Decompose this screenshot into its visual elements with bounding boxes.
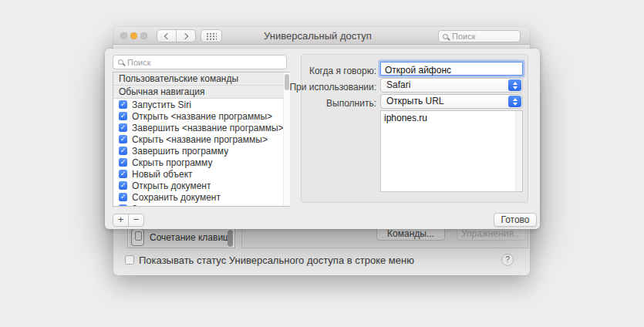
chevron-down-icon: [513, 86, 518, 89]
perform-popup[interactable]: Открыть URL: [380, 94, 523, 109]
command-row[interactable]: ✓Сохранить документ: [113, 191, 289, 203]
minimize-window-icon[interactable]: [130, 32, 137, 39]
command-checkbox[interactable]: ✓: [119, 158, 127, 167]
add-command-button[interactable]: +: [113, 214, 129, 227]
dialog-search-field[interactable]: [113, 55, 287, 69]
command-label: Открыть <название программы>: [132, 111, 272, 122]
command-checkbox[interactable]: ✓: [119, 204, 127, 207]
popup-stepper-icon: [508, 96, 521, 107]
dialog-search-input[interactable]: [123, 58, 286, 67]
add-remove-control: + −: [113, 214, 144, 227]
url-textarea-scrollbar[interactable]: [515, 111, 522, 191]
sidebar-item-label: Сочетание клавиш: [150, 232, 231, 243]
command-checkbox[interactable]: ✓: [119, 147, 127, 155]
chevron-down-icon: [513, 103, 518, 106]
command-label: Открыть документ: [132, 180, 211, 191]
command-label: Запустить Siri: [132, 99, 191, 110]
command-checkbox[interactable]: ✓: [119, 181, 127, 190]
while-using-value: Safari: [386, 79, 410, 90]
command-checkbox[interactable]: ✓: [119, 100, 127, 109]
forward-button[interactable]: [176, 30, 195, 42]
command-row[interactable]: ✓Открыть документ: [113, 180, 289, 191]
chevron-left-icon: [164, 32, 170, 39]
close-window-icon[interactable]: [120, 32, 127, 39]
list-section-header: Пользовательские команды: [113, 72, 289, 86]
command-label: Скрыть программу: [132, 157, 213, 168]
dictation-command-dialog: Пользовательские командыОбычная навигаци…: [105, 49, 540, 229]
nav-segmented-control: [157, 29, 196, 42]
command-row[interactable]: ✓Новый объект: [113, 168, 289, 180]
popup-stepper-icon: [508, 79, 521, 91]
commands-list-scrollbar-thumb[interactable]: [285, 74, 289, 90]
chevron-up-icon: [513, 82, 518, 85]
command-checkbox[interactable]: ✓: [119, 123, 127, 132]
when-i-say-input[interactable]: [381, 64, 522, 76]
command-label: Завершить программу: [132, 146, 228, 157]
perform-label: Выполнить:: [326, 98, 376, 109]
show-status-label: Показывать статус Универсального доступа…: [139, 255, 414, 266]
chevron-right-icon: [182, 32, 188, 39]
command-row[interactable]: ✓Запустить Siri: [113, 99, 289, 110]
sidebar-item-keyboard-shortcut[interactable]: Сочетание клавиш: [129, 227, 228, 248]
command-label: Сохранить документ: [132, 192, 221, 203]
done-button[interactable]: Готово: [494, 213, 537, 227]
command-row[interactable]: ✓Скрыть <название программы>: [113, 133, 289, 145]
when-i-say-label: Когда я говорю:: [309, 66, 376, 76]
command-checkbox[interactable]: ✓: [119, 135, 127, 143]
search-icon: [118, 59, 123, 65]
window-title: Универсальный доступ: [206, 30, 430, 42]
command-label: Новый объект: [132, 169, 193, 180]
command-label: Скрыть <название программы>: [132, 134, 268, 145]
url-textarea[interactable]: iphones.ru: [380, 110, 523, 192]
perform-value: Открыть URL: [386, 96, 443, 106]
list-section-header: Обычная навигация: [113, 86, 289, 99]
chevron-up-icon: [513, 98, 518, 101]
remove-command-button[interactable]: −: [128, 214, 144, 227]
toolbar-search-field[interactable]: [438, 30, 521, 42]
back-button[interactable]: [157, 30, 176, 42]
screen: Универсальный доступ Сочетание клавиш Ко…: [0, 0, 644, 327]
command-checkbox[interactable]: ✓: [119, 193, 127, 201]
search-icon: [443, 34, 448, 39]
keyboard-shortcut-icon: [131, 228, 144, 246]
command-row[interactable]: ✓Завершить <название программы>: [113, 122, 289, 133]
while-using-popup[interactable]: Safari: [380, 78, 523, 93]
command-row[interactable]: ✓Скрыть программу: [113, 157, 289, 168]
zoom-window-icon[interactable]: [140, 32, 147, 39]
when-i-say-field[interactable]: [380, 62, 523, 76]
sidebar-scrollbar-thumb[interactable]: [228, 230, 233, 247]
while-using-label: При использовании:: [289, 82, 376, 93]
titlebar[interactable]: Универсальный доступ: [113, 27, 530, 45]
command-row[interactable]: ✓Завершить программу: [113, 145, 289, 157]
command-checkbox[interactable]: ✓: [119, 170, 127, 178]
url-value: iphones.ru: [384, 113, 427, 123]
command-label: Закрыть документ: [132, 204, 211, 207]
command-row[interactable]: ✓Закрыть документ: [113, 203, 289, 207]
help-button[interactable]: ?: [501, 254, 514, 266]
command-checkbox[interactable]: ✓: [119, 112, 127, 120]
toolbar-search-input[interactable]: [448, 32, 520, 41]
command-row[interactable]: ✓Открыть <название программы>: [113, 110, 289, 122]
show-status-checkbox[interactable]: [125, 255, 134, 265]
commands-list[interactable]: Пользовательские командыОбычная навигаци…: [113, 72, 290, 207]
command-label: Завершить <название программы>: [132, 123, 284, 133]
